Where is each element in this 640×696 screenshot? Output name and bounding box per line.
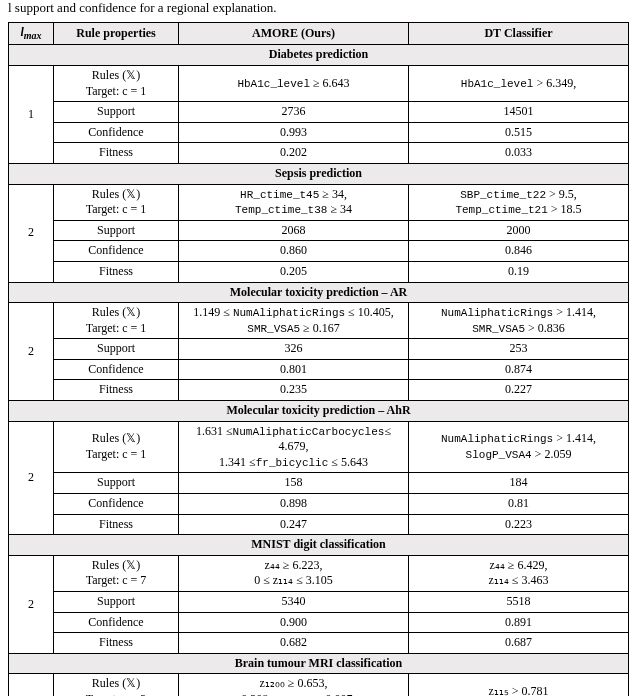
metric-dt: 0.515 xyxy=(409,122,629,143)
lmax-cell: 2 xyxy=(9,555,54,653)
lmax-cell: 2 xyxy=(9,421,54,535)
section-title: Sepsis prediction xyxy=(9,163,629,184)
metric-label: Support xyxy=(54,102,179,123)
rules-dt: z₄₄ ≥ 6.429,z₁₁₄ ≤ 3.463 xyxy=(409,555,629,591)
metric-dt: 0.19 xyxy=(409,261,629,282)
metric-label: Confidence xyxy=(54,359,179,380)
lmax-cell: 2 xyxy=(9,184,54,282)
metric-label: Support xyxy=(54,339,179,360)
rules-dt: SBP_ctime_t22 > 9.5,Temp_ctime_t21 > 18.… xyxy=(409,184,629,220)
results-table: lmax Rule properties AMORE (Ours) DT Cla… xyxy=(8,22,629,696)
rules-dt: NumAliphaticRings > 1.414,SlogP_VSA4 > 2… xyxy=(409,421,629,473)
metric-dt: 0.874 xyxy=(409,359,629,380)
metric-amore: 5340 xyxy=(179,592,409,613)
metric-amore: 0.900 xyxy=(179,612,409,633)
metric-dt: 0.687 xyxy=(409,633,629,654)
metric-amore: 0.993 xyxy=(179,122,409,143)
rules-amore: HR_ctime_t45 ≥ 34,Temp_ctime_t38 ≥ 34 xyxy=(179,184,409,220)
rules-dt: z₁₁₅ > 0.781 xyxy=(409,674,629,696)
metric-dt: 0.846 xyxy=(409,241,629,262)
metric-dt: 184 xyxy=(409,473,629,494)
metric-amore: 2736 xyxy=(179,102,409,123)
rules-label: Rules (𝕏)Target: c = 1 xyxy=(54,421,179,473)
metric-label: Confidence xyxy=(54,494,179,515)
section-title: Molecular toxicity prediction – AhR xyxy=(9,401,629,422)
metric-amore: 0.860 xyxy=(179,241,409,262)
metric-label: Fitness xyxy=(54,143,179,164)
metric-dt: 0.223 xyxy=(409,514,629,535)
rules-amore: z₄₄ ≥ 6.223,0 ≤ z₁₁₄ ≤ 3.105 xyxy=(179,555,409,591)
metric-label: Confidence xyxy=(54,612,179,633)
lmax-cell: 2 xyxy=(9,303,54,401)
header-lmax: lmax xyxy=(9,23,54,45)
metric-amore: 0.247 xyxy=(179,514,409,535)
rules-amore: z₁₂₀₀ ≥ 0.653,−0.208 ≤ z₁₁₁₀ ≤ −0.007 xyxy=(179,674,409,696)
metric-dt: 0.81 xyxy=(409,494,629,515)
metric-amore: 0.205 xyxy=(179,261,409,282)
lmax-cell: 1 xyxy=(9,65,54,163)
metric-amore: 2068 xyxy=(179,220,409,241)
metric-label: Fitness xyxy=(54,514,179,535)
rules-label: Rules (𝕏)Target: c = 7 xyxy=(54,555,179,591)
rules-label: Rules (𝕏)Target: c = 1 xyxy=(54,184,179,220)
metric-label: Fitness xyxy=(54,261,179,282)
header-amore: AMORE (Ours) xyxy=(179,23,409,45)
rules-dt: HbA1c_level > 6.349, xyxy=(409,65,629,101)
metric-dt: 0.227 xyxy=(409,380,629,401)
metric-amore: 0.682 xyxy=(179,633,409,654)
caption-fragment: l support and confidence for a regional … xyxy=(0,0,640,22)
metric-dt: 2000 xyxy=(409,220,629,241)
rules-label: Rules (𝕏)Target: c = 1 xyxy=(54,303,179,339)
rules-dt: NumAliphaticRings > 1.414,SMR_VSA5 > 0.8… xyxy=(409,303,629,339)
rules-amore: HbA1c_level ≥ 6.643 xyxy=(179,65,409,101)
header-dt: DT Classifier xyxy=(409,23,629,45)
rules-label: Rules (𝕏)Target: c = 2 xyxy=(54,674,179,696)
metric-dt: 14501 xyxy=(409,102,629,123)
metric-label: Support xyxy=(54,473,179,494)
metric-label: Confidence xyxy=(54,122,179,143)
metric-amore: 0.898 xyxy=(179,494,409,515)
section-title: Brain tumour MRI classification xyxy=(9,653,629,674)
metric-label: Support xyxy=(54,220,179,241)
metric-dt: 0.033 xyxy=(409,143,629,164)
metric-dt: 253 xyxy=(409,339,629,360)
section-title: Molecular toxicity prediction – AR xyxy=(9,282,629,303)
metric-amore: 0.235 xyxy=(179,380,409,401)
metric-amore: 158 xyxy=(179,473,409,494)
rules-amore: 1.631 ≤NumAliphaticCarbocycles≤ 4.679,1.… xyxy=(179,421,409,473)
metric-amore: 326 xyxy=(179,339,409,360)
metric-amore: 0.202 xyxy=(179,143,409,164)
table-header-row: lmax Rule properties AMORE (Ours) DT Cla… xyxy=(9,23,629,45)
header-rule-properties: Rule properties xyxy=(54,23,179,45)
lmax-cell: 2 xyxy=(9,674,54,696)
metric-label: Fitness xyxy=(54,633,179,654)
metric-label: Fitness xyxy=(54,380,179,401)
section-title: MNIST digit classification xyxy=(9,535,629,556)
rules-label: Rules (𝕏)Target: c = 1 xyxy=(54,65,179,101)
section-title: Diabetes prediction xyxy=(9,45,629,66)
metric-amore: 0.801 xyxy=(179,359,409,380)
metric-dt: 5518 xyxy=(409,592,629,613)
metric-label: Confidence xyxy=(54,241,179,262)
metric-label: Support xyxy=(54,592,179,613)
metric-dt: 0.891 xyxy=(409,612,629,633)
rules-amore: 1.149 ≤ NumAliphaticRings ≤ 10.405,SMR_V… xyxy=(179,303,409,339)
